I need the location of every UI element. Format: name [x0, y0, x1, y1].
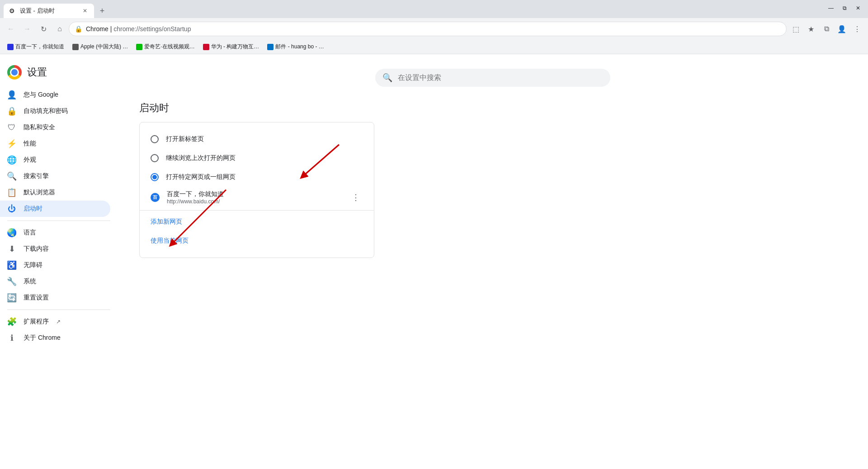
sidebar-item-privacy-label: 隐私和安全: [24, 123, 55, 131]
new-tab-button[interactable]: +: [96, 5, 108, 17]
chrome-logo-icon: [7, 65, 22, 80]
sidebar-item-google-label: 您与 Google: [24, 91, 58, 99]
sidebar-item-performance-label: 性能: [24, 140, 36, 148]
appearance-icon: 🌐: [7, 155, 16, 164]
use-current-pages-link[interactable]: 使用当前网页: [140, 231, 374, 250]
sidebar-item-reset[interactable]: 🔄 重置设置: [0, 290, 110, 306]
bookmark-apple[interactable]: Apple (中国大陆) …: [69, 42, 132, 52]
split-screen-button[interactable]: ⧉: [819, 22, 834, 36]
sidebar-divider: [7, 220, 110, 221]
tab-title: 设置 - 启动时: [20, 7, 78, 15]
option-continue[interactable]: 继续浏览上次打开的网页: [140, 149, 374, 168]
nav-bar: ← → ↻ ⌂ 🔒 Chrome | chrome://settings/onS…: [0, 18, 868, 40]
sidebar: 设置 👤 您与 Google 🔒 自动填充和密码 🛡 隐私和安全 ⚡ 性能 🌐 …: [0, 54, 118, 469]
tab-favicon: ⚙: [9, 7, 16, 14]
option-continue-label: 继续浏览上次打开的网页: [166, 154, 236, 162]
bookmark-button[interactable]: ★: [804, 22, 818, 36]
cast-button[interactable]: ⬚: [788, 22, 803, 36]
bookmark-huawei-favicon: [203, 44, 209, 50]
performance-icon: ⚡: [7, 139, 16, 148]
site-more-button[interactable]: ⋮: [349, 190, 363, 205]
settings-search-input[interactable]: [398, 74, 603, 82]
add-new-page-link[interactable]: 添加新网页: [140, 212, 374, 231]
download-icon: ⬇: [7, 244, 16, 253]
sidebar-item-appearance[interactable]: 🌐 外观: [0, 152, 110, 168]
sidebar-item-system-label: 系统: [24, 277, 36, 286]
profile-button[interactable]: 👤: [835, 22, 849, 36]
sidebar-item-google[interactable]: 👤 您与 Google: [0, 87, 110, 103]
bookmark-baidu-favicon: [7, 44, 14, 50]
sidebar-item-default-browser[interactable]: 📋 默认浏览器: [0, 184, 110, 201]
sidebar-item-autofill[interactable]: 🔒 自动填充和密码: [0, 103, 110, 119]
startup-options-card: 打开新标签页 继续浏览上次打开的网页 打开特定网页或一组网页: [139, 122, 374, 258]
address-brand: Chrome: [86, 25, 108, 33]
bookmark-mail[interactable]: 邮件 - huang bo - …: [264, 42, 327, 52]
home-button[interactable]: ⌂: [52, 22, 67, 36]
address-bar[interactable]: 🔒 Chrome | chrome://settings/onStartup: [69, 22, 787, 36]
restore-button[interactable]: ⧉: [838, 2, 851, 14]
sidebar-item-extensions-label: 扩展程序: [24, 318, 49, 326]
sidebar-item-search[interactable]: 🔍 搜索引擎: [0, 168, 110, 184]
sidebar-divider-2: [7, 310, 110, 310]
search-container: 🔍: [139, 69, 846, 87]
sidebar-item-download[interactable]: ⬇ 下载内容: [0, 241, 110, 257]
extensions-icon: 🧩: [7, 317, 16, 326]
forward-button[interactable]: →: [20, 22, 34, 36]
settings-search-bar[interactable]: 🔍: [375, 69, 610, 87]
option-specific-label: 打开特定网页或一组网页: [166, 173, 236, 181]
page-content: 🔍 启动时 打开新标签页: [118, 54, 868, 272]
site-favicon: 百: [151, 193, 160, 202]
site-favicon-text: 百: [153, 194, 157, 201]
sidebar-item-system[interactable]: 🔧 系统: [0, 273, 110, 290]
sidebar-item-language[interactable]: 🌏 语言: [0, 225, 110, 241]
lock-icon: 🔒: [75, 25, 82, 33]
menu-button[interactable]: ⋮: [850, 22, 864, 36]
page-wrapper: 🔍 启动时 打开新标签页: [118, 54, 868, 469]
sidebar-item-performance[interactable]: ⚡ 性能: [0, 136, 110, 152]
tab-close-button[interactable]: ✕: [81, 7, 89, 14]
bookmark-iqiyi-label: 爱奇艺·在线视频观…: [144, 43, 194, 51]
site-info: 百度一下，你就知道 http://www.baidu.com/: [167, 190, 341, 205]
bookmark-apple-favicon: [72, 44, 79, 50]
radio-specific-fill: [152, 175, 157, 179]
bookmark-iqiyi-favicon: [136, 44, 142, 50]
bookmark-huawei[interactable]: 华为 - 构建万物互…: [199, 42, 263, 52]
sidebar-item-reset-label: 重置设置: [24, 294, 49, 302]
option-new-tab-label: 打开新标签页: [166, 135, 204, 143]
sidebar-item-privacy[interactable]: 🛡 隐私和安全: [0, 119, 110, 136]
bookmark-mail-label: 邮件 - huang bo - …: [275, 43, 324, 51]
back-button[interactable]: ←: [4, 22, 18, 36]
sidebar-item-accessibility[interactable]: ♿ 无障碍: [0, 257, 110, 273]
minimize-button[interactable]: —: [825, 2, 837, 14]
sidebar-item-appearance-label: 外观: [24, 156, 36, 164]
close-button[interactable]: ✕: [852, 2, 864, 14]
sidebar-item-about[interactable]: ℹ 关于 Chrome: [0, 330, 110, 346]
bookmark-baidu-label: 百度一下，你就知道: [15, 43, 64, 51]
bookmarks-bar: 百度一下，你就知道 Apple (中国大陆) … 爱奇艺·在线视频观… 华为 -…: [0, 40, 868, 54]
site-entry: 百 百度一下，你就知道 http://www.baidu.com/ ⋮: [140, 187, 374, 208]
sidebar-item-download-label: 下载内容: [24, 245, 49, 253]
bookmark-apple-label: Apple (中国大陆) …: [80, 43, 128, 51]
sidebar-item-extensions[interactable]: 🧩 扩展程序 ↗: [0, 314, 110, 330]
accessibility-icon: ♿: [7, 261, 16, 270]
radio-continue[interactable]: [151, 154, 159, 162]
search-engine-icon: 🔍: [7, 172, 16, 181]
sidebar-item-startup[interactable]: ⏻ 启动时: [0, 201, 110, 217]
lock-icon: 🔒: [7, 107, 16, 116]
language-icon: 🌏: [7, 228, 16, 237]
radio-specific[interactable]: [151, 173, 159, 181]
content-area: 设置 👤 您与 Google 🔒 自动填充和密码 🛡 隐私和安全 ⚡ 性能 🌐 …: [0, 54, 868, 469]
bookmark-iqiyi[interactable]: 爱奇艺·在线视频观…: [132, 42, 198, 52]
about-icon: ℹ: [7, 333, 16, 342]
sidebar-item-startup-label: 启动时: [24, 205, 42, 213]
radio-new-tab[interactable]: [151, 135, 159, 143]
active-tab[interactable]: ⚙ 设置 - 启动时 ✕: [4, 4, 94, 18]
site-name: 百度一下，你就知道: [167, 190, 341, 198]
title-bar: ⚙ 设置 - 启动时 ✕ + — ⧉ ✕: [0, 0, 868, 18]
window-controls: — ⧉ ✕: [825, 2, 868, 18]
option-new-tab[interactable]: 打开新标签页: [140, 130, 374, 149]
search-icon: 🔍: [382, 73, 392, 83]
refresh-button[interactable]: ↻: [36, 22, 51, 36]
bookmark-baidu[interactable]: 百度一下，你就知道: [4, 42, 68, 52]
option-specific[interactable]: 打开特定网页或一组网页: [140, 168, 374, 187]
